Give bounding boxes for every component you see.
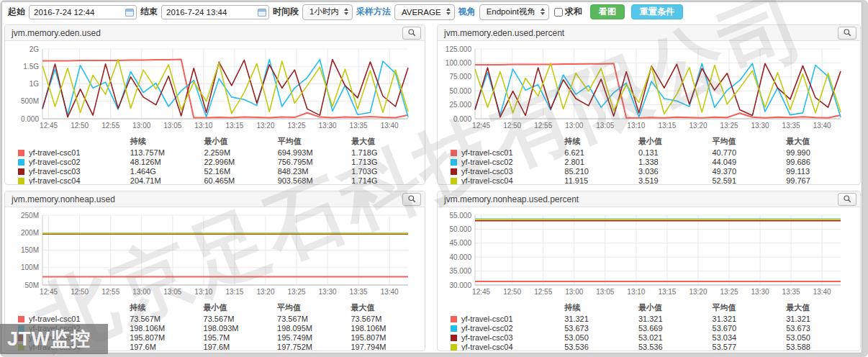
legend-value: 6.621 [564, 148, 638, 158]
sampling-method-select[interactable]: AVERAGE [394, 4, 455, 20]
svg-text:13:40: 13:40 [381, 288, 399, 296]
legend-row: yf-travel-csc01113.757M2.259M694.993M1.7… [18, 148, 425, 158]
svg-text:200M: 200M [21, 229, 39, 237]
period-label: 时间段 [273, 6, 299, 18]
calendar-icon[interactable] [125, 8, 134, 17]
svg-text:50.000: 50.000 [449, 87, 471, 95]
svg-text:500M: 500M [21, 97, 39, 105]
legend-header: 平均值 [278, 135, 352, 148]
updown-caret-icon [344, 8, 348, 15]
panel-eden-used-percent: jvm.memory.eden.used.percent 125.000100.… [437, 24, 861, 185]
draw-chart-button[interactable]: 看图 [590, 4, 625, 19]
magnifier-icon [407, 194, 417, 204]
svg-text:12:55: 12:55 [101, 122, 119, 130]
svg-text:13:35: 13:35 [350, 122, 368, 130]
series-name: yf-travel-csc04 [461, 343, 513, 351]
legend-header: 最大值 [786, 135, 860, 148]
legend-header: 最大值 [786, 302, 860, 315]
legend-value: 53.021 [638, 333, 713, 343]
legend-row: yf-travel-csc0248.126M22.996M756.795M1.7… [18, 158, 425, 167]
query-toolbar: 起始 结束 时间段 1小时内 采样方法 AVERAGE 视角 Endp [2, 2, 862, 22]
legend-value: 53.670 [713, 324, 787, 333]
svg-text:25.000: 25.000 [449, 101, 471, 109]
svg-text:13:30: 13:30 [319, 122, 337, 130]
legend-value: 198.106M [130, 324, 203, 333]
series-name: yf-travel-csc01 [461, 315, 513, 323]
end-time-field [161, 5, 269, 19]
legend-value: 195.7M [204, 333, 277, 343]
series-name: yf-travel-csc02 [461, 158, 513, 166]
svg-text:50.000: 50.000 [449, 225, 471, 233]
magnifier-button[interactable] [838, 27, 856, 40]
svg-text:13:25: 13:25 [720, 288, 738, 296]
sum-checkbox[interactable] [554, 8, 563, 17]
legend-value: 2.801 [564, 158, 638, 167]
svg-text:13:05: 13:05 [596, 288, 614, 296]
view-angle-value: Endpoint视角 [487, 6, 535, 17]
magnifier-button[interactable] [838, 193, 856, 206]
svg-text:13:10: 13:10 [627, 122, 645, 130]
series-color-swatch [451, 325, 457, 332]
series-name: yf-travel-csc02 [461, 324, 513, 333]
series-name: yf-travel-csc01 [29, 315, 81, 323]
start-time-input[interactable] [29, 5, 137, 19]
panel-title: jvm.memory.eden.used.percent [444, 28, 564, 38]
svg-text:250M: 250M [21, 212, 39, 220]
legend-value: 31.321 [786, 315, 860, 324]
svg-text:13:30: 13:30 [319, 288, 337, 296]
series-name: yf-travel-csc02 [29, 158, 81, 166]
legend-value: 198.093M [204, 324, 277, 333]
legend-header: 平均值 [713, 302, 787, 315]
magnifier-button[interactable] [402, 27, 421, 40]
view-angle-select[interactable]: Endpoint视角 [479, 4, 549, 20]
sampling-method-value: AVERAGE [402, 8, 441, 17]
svg-text:12:45: 12:45 [472, 288, 490, 296]
legend-value: 197.794M [351, 343, 425, 351]
legend-value: 1.338 [638, 158, 712, 167]
reset-conditions-button[interactable]: 重置条件 [631, 4, 683, 19]
series-color-swatch [451, 178, 457, 184]
legend-value: 53.673 [564, 324, 638, 333]
svg-text:125.000: 125.000 [446, 45, 472, 53]
period-select-value: 1小时内 [309, 6, 339, 17]
legend-table: 持续最小值平均值最大值yf-travel-csc016.6210.13140.7… [451, 135, 860, 185]
legend-row: yf-travel-csc0353.05053.02153.03453.050 [451, 333, 860, 343]
svg-text:12:45: 12:45 [472, 122, 490, 130]
legend-header: 最大值 [351, 302, 425, 315]
svg-text:13:25: 13:25 [288, 122, 306, 130]
svg-text:13:30: 13:30 [751, 288, 769, 296]
svg-text:13:30: 13:30 [751, 122, 769, 130]
sampling-method-label[interactable]: 采样方法 [356, 6, 391, 18]
legend-value: 204.71M [130, 176, 204, 185]
legend-row: yf-travel-csc0453.53653.53653.57753.588 [451, 343, 860, 351]
svg-text:12:50: 12:50 [503, 288, 521, 296]
chart-area: 250M200M150M100M50M12:4512:5012:5513:001… [5, 207, 425, 300]
legend-value: 53.536 [564, 343, 638, 351]
svg-text:150M: 150M [21, 246, 39, 254]
period-select[interactable]: 1小时内 [302, 4, 353, 20]
legend-value: 694.993M [278, 148, 352, 158]
svg-text:12:55: 12:55 [101, 288, 119, 296]
window-frame: 起始 结束 时间段 1小时内 采样方法 AVERAGE 视角 Endp [0, 0, 868, 357]
legend-value: 44.049 [712, 158, 786, 167]
magnifier-button[interactable] [402, 193, 421, 206]
panel-header: jvm.memory.nonheap.used.percent [438, 191, 860, 207]
svg-text:100.000: 100.000 [446, 59, 472, 67]
legend-value: 0.131 [638, 148, 712, 158]
monitor-badge: JTW监控 [0, 324, 108, 354]
svg-text:13:15: 13:15 [658, 122, 676, 130]
updown-caret-icon [541, 8, 545, 15]
legend-header: 持续 [564, 302, 638, 315]
legend-header: 持续 [130, 135, 204, 148]
series-color-swatch [18, 316, 24, 322]
legend-table: 持续最小值平均值最大值yf-travel-csc01113.757M2.259M… [18, 135, 425, 185]
panel-nonheap-used-percent: jvm.memory.nonheap.used.percent 55.00050… [437, 191, 861, 351]
svg-text:12:55: 12:55 [534, 288, 552, 296]
view-angle-label[interactable]: 视角 [458, 6, 476, 18]
calendar-icon[interactable] [258, 8, 266, 17]
series-color-swatch [451, 159, 457, 166]
svg-text:13:00: 13:00 [565, 122, 583, 130]
end-time-input[interactable] [161, 5, 269, 19]
series-name: yf-travel-csc03 [461, 333, 513, 342]
legend-value: 1.464G [130, 167, 204, 176]
